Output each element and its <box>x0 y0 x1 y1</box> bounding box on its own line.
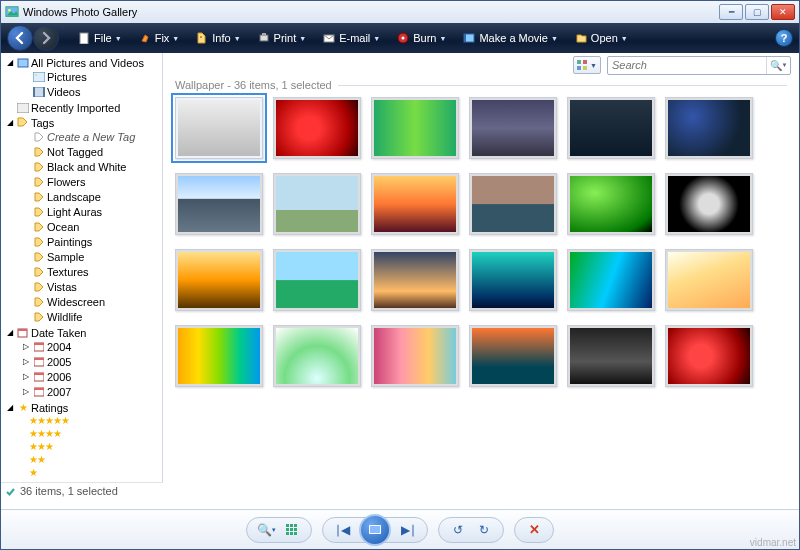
help-button[interactable]: ? <box>775 29 793 47</box>
tree-date-taken[interactable]: ◢Date Taken <box>3 326 162 339</box>
tree-tag-flowers[interactable]: Flowers <box>19 175 162 188</box>
chevron-down-icon: ▼ <box>590 62 597 69</box>
rating-1-stars[interactable]: ★ <box>3 466 162 479</box>
chevron-down-icon: ▼ <box>234 35 241 42</box>
chevron-down-icon: ▼ <box>115 35 122 42</box>
next-button[interactable]: ▶∣ <box>397 520 419 540</box>
search-box[interactable]: 🔍 ▼ <box>607 56 791 75</box>
thumbnail[interactable] <box>273 173 361 235</box>
rating-3-stars[interactable]: ★★★ <box>3 440 162 453</box>
print-icon <box>257 31 271 45</box>
thumbnail[interactable] <box>175 325 263 387</box>
previous-button[interactable]: ∣◀ <box>331 520 353 540</box>
thumbnail[interactable] <box>567 249 655 311</box>
chevron-down-icon: ▼ <box>621 35 628 42</box>
thumbnail[interactable] <box>371 97 459 159</box>
chevron-down-icon: ▼ <box>440 35 447 42</box>
rating-2-stars[interactable]: ★★ <box>3 453 162 466</box>
thumbnail[interactable] <box>469 97 557 159</box>
tree-videos[interactable]: Videos <box>19 85 162 98</box>
thumbnail[interactable] <box>175 97 263 159</box>
thumbnail[interactable] <box>273 325 361 387</box>
thumbnail[interactable] <box>469 173 557 235</box>
view-options-button[interactable]: ▼ <box>573 56 601 74</box>
toolbar-burn[interactable]: Burn▼ <box>392 26 450 50</box>
thumbnail[interactable] <box>567 97 655 159</box>
nav-forward-button[interactable] <box>33 25 59 51</box>
tree-pictures[interactable]: Pictures <box>19 70 162 83</box>
maximize-button[interactable]: ▢ <box>745 4 769 20</box>
rating-4-stars[interactable]: ★★★★ <box>3 427 162 440</box>
delete-button[interactable]: ✕ <box>523 520 545 540</box>
toolbar-info[interactable]: Info▼ <box>191 26 244 50</box>
tree-ratings[interactable]: ◢★Ratings <box>3 401 162 414</box>
tree-tag-light-auras[interactable]: Light Auras <box>19 205 162 218</box>
rotate-ccw-button[interactable]: ↺ <box>447 520 469 540</box>
tree-recently-imported[interactable]: Recently Imported <box>3 101 162 114</box>
tree-tag-landscape[interactable]: Landscape <box>19 190 162 203</box>
thumbnail[interactable] <box>371 325 459 387</box>
slideshow-icon <box>367 523 383 537</box>
thumbnail[interactable] <box>469 249 557 311</box>
tree-all-pictures[interactable]: ◢ All Pictures and Videos <box>3 56 162 69</box>
rotate-cw-button[interactable]: ↻ <box>473 520 495 540</box>
tree-tag-vistas[interactable]: Vistas <box>19 280 162 293</box>
thumbnail[interactable] <box>469 325 557 387</box>
tree-tag-widescreen[interactable]: Widescreen <box>19 295 162 308</box>
toolbar-fix[interactable]: Fix▼ <box>134 26 184 50</box>
thumbnail[interactable] <box>273 249 361 311</box>
svg-point-13 <box>35 74 37 76</box>
thumbnail[interactable] <box>665 97 753 159</box>
thumbnail[interactable] <box>567 173 655 235</box>
thumbnail[interactable] <box>665 173 753 235</box>
rating-5-stars[interactable]: ★★★★★ <box>3 414 162 427</box>
tree-year-2007[interactable]: ▷2007 <box>19 385 162 398</box>
tree-year-2004[interactable]: ▷2004 <box>19 340 162 353</box>
close-button[interactable]: ✕ <box>771 4 795 20</box>
thumbnail[interactable] <box>665 249 753 311</box>
tree-tag-wildlife[interactable]: Wildlife <box>19 310 162 323</box>
tree-year-2006[interactable]: ▷2006 <box>19 370 162 383</box>
expander-icon: ▷ <box>21 342 30 351</box>
tree-tag-paintings[interactable]: Paintings <box>19 235 162 248</box>
tree-year-2005[interactable]: ▷2005 <box>19 355 162 368</box>
app-window: Windows Photo Gallery ━ ▢ ✕ File▼Fix▼Inf… <box>0 0 800 550</box>
tree-tag-black-and-white[interactable]: Black and White <box>19 160 162 173</box>
toolbar-open[interactable]: Open▼ <box>570 26 632 50</box>
toolbar-file[interactable]: File▼ <box>73 26 126 50</box>
tree-tag-ocean[interactable]: Ocean <box>19 220 162 233</box>
expander-icon: ◢ <box>5 58 14 67</box>
calendar-icon <box>32 370 45 383</box>
open-icon <box>574 31 588 45</box>
nav-back-button[interactable] <box>7 25 33 51</box>
tree-tag-not-tagged[interactable]: Not Tagged <box>19 145 162 158</box>
thumbnail[interactable] <box>665 325 753 387</box>
toolbar-print[interactable]: Print▼ <box>253 26 311 50</box>
minimize-button[interactable]: ━ <box>719 4 743 20</box>
tree-tags[interactable]: ◢Tags <box>3 116 162 129</box>
search-icon[interactable]: 🔍 ▼ <box>766 57 790 74</box>
toolbar-e-mail[interactable]: E-mail▼ <box>318 26 384 50</box>
toolbar-make-a-movie[interactable]: Make a Movie▼ <box>458 26 561 50</box>
thumbnail[interactable] <box>371 249 459 311</box>
svg-rect-15 <box>33 87 35 97</box>
thumbnail[interactable] <box>567 325 655 387</box>
svg-rect-42 <box>370 526 380 533</box>
tree-tag-sample[interactable]: Sample <box>19 250 162 263</box>
svg-rect-10 <box>464 34 466 42</box>
thumbnail-scroll-area[interactable] <box>163 93 799 509</box>
thumbnail[interactable] <box>175 249 263 311</box>
zoom-button[interactable]: 🔍▾ <box>255 520 277 540</box>
thumbnail[interactable] <box>273 97 361 159</box>
svg-rect-28 <box>577 60 581 64</box>
svg-rect-17 <box>17 103 29 113</box>
svg-rect-23 <box>34 358 44 360</box>
search-input[interactable] <box>608 59 766 71</box>
thumbnail[interactable] <box>371 173 459 235</box>
rotate-group: ↺ ↻ <box>438 517 504 543</box>
slideshow-button[interactable] <box>359 514 391 546</box>
thumbnail-size-button[interactable] <box>281 520 303 540</box>
thumbnail[interactable] <box>175 173 263 235</box>
tree-create-tag[interactable]: Create a New Tag <box>19 130 162 143</box>
tree-tag-textures[interactable]: Textures <box>19 265 162 278</box>
